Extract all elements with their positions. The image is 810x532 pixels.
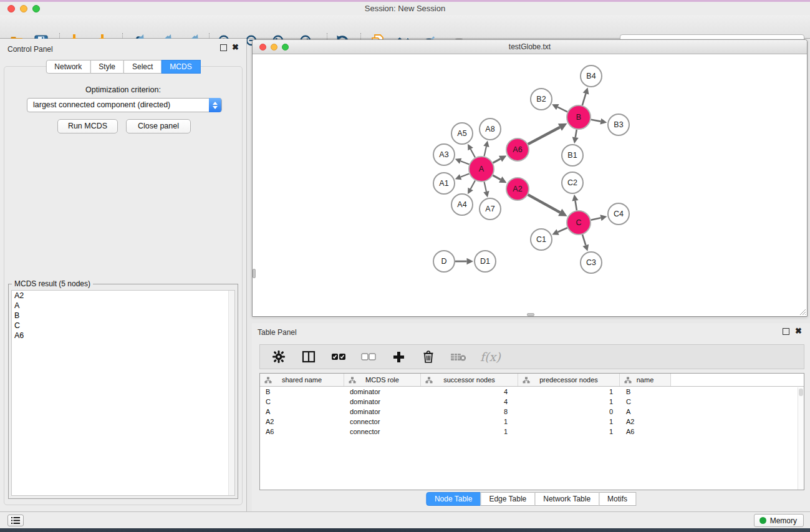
cell-shared-name[interactable]: B	[260, 387, 344, 397]
cell-name[interactable]: B	[620, 387, 671, 397]
cell-shared-name[interactable]: A2	[260, 417, 344, 427]
network-canvas[interactable]: B4B2BB3A5A8A6A3B1AA1C2A2A4A7C4CC1C3DD1	[253, 55, 807, 316]
graph-edge-B-B2[interactable]	[557, 107, 567, 112]
network-view-window: testGlobe.txt B4B2BB3A5A8A6A3B1AA1C2A2A4…	[252, 39, 808, 317]
network-window-titlebar[interactable]: testGlobe.txt	[253, 40, 807, 54]
graph-edge-C-C4[interactable]	[591, 218, 601, 220]
graph-edge-B-B3[interactable]	[591, 120, 601, 122]
cell-predecessor-nodes[interactable]: 0	[518, 407, 620, 417]
cell-successor-nodes[interactable]: 4	[421, 387, 518, 397]
graph-edge-A-A2[interactable]	[493, 175, 500, 180]
graph-edge-C-C1[interactable]	[558, 228, 567, 232]
close-panel-icon[interactable]: ✖	[795, 327, 802, 336]
graph-edge-B-B4[interactable]	[582, 94, 586, 105]
cell-shared-name[interactable]: A	[260, 407, 344, 417]
table-column-header[interactable]: MCDS role	[344, 374, 421, 386]
mcds-result-item[interactable]: A2	[12, 291, 234, 301]
window-title: Session: New Session	[0, 4, 810, 13]
graph-edge-A6-B[interactable]	[528, 127, 560, 144]
graph-edge-A-A7[interactable]	[484, 182, 486, 192]
table-column-header[interactable]: predecessor nodes	[518, 374, 620, 386]
network-vertical-scrollbar[interactable]	[253, 269, 256, 278]
node-table: shared name MCDS role	[259, 373, 804, 490]
resize-grip-icon[interactable]	[798, 307, 806, 316]
optimization-criterion-select[interactable]: largest connected component (directed)	[27, 98, 222, 112]
cell-mcds-role[interactable]: dominator	[344, 397, 421, 407]
close-panel-icon[interactable]: ✖	[232, 43, 239, 52]
mcds-result-item[interactable]: C	[12, 321, 234, 331]
run-mcds-button[interactable]: Run MCDS	[57, 119, 118, 133]
close-panel-button[interactable]: Close panel	[126, 119, 191, 133]
network-window-title: testGlobe.txt	[253, 42, 807, 51]
table-panel-tab[interactable]: Motifs	[599, 492, 636, 506]
mcds-result-item[interactable]: B	[12, 311, 234, 321]
cell-shared-name[interactable]: C	[260, 397, 344, 407]
control-panel-tab[interactable]: Network	[46, 60, 90, 74]
graph-node-label: A8	[485, 125, 494, 133]
graph-edge-A2-C[interactable]	[528, 195, 561, 212]
graph-edge-C-C3[interactable]	[582, 235, 586, 245]
show-task-history-button[interactable]	[7, 515, 24, 526]
table-column-header[interactable]: name	[620, 374, 671, 386]
graph-edge-B-B1[interactable]	[576, 130, 577, 137]
table-panel-tab[interactable]: Network Table	[534, 492, 599, 506]
cell-name[interactable]: A2	[620, 417, 671, 427]
cell-mcds-role[interactable]: connector	[344, 427, 421, 437]
mcds-result-item[interactable]: A	[12, 301, 234, 311]
cell-successor-nodes[interactable]: 4	[421, 397, 518, 407]
graph-edge-A-A1[interactable]	[461, 174, 470, 177]
table-panel-tab[interactable]: Node Table	[426, 492, 481, 506]
cell-predecessor-nodes[interactable]: 1	[518, 427, 620, 437]
float-panel-icon[interactable]	[783, 328, 789, 335]
graph-edge-A-A8[interactable]	[484, 147, 486, 157]
cell-successor-nodes[interactable]: 1	[421, 427, 518, 437]
cell-mcds-role[interactable]: connector	[344, 417, 421, 427]
column-header-label: name	[637, 376, 654, 384]
graph-edge-A-A3[interactable]	[461, 161, 470, 164]
cell-predecessor-nodes[interactable]: 1	[518, 387, 620, 397]
table-row[interactable]: A dominator 8 0 A	[260, 407, 804, 417]
mcds-list-scrollbar[interactable]	[228, 291, 234, 495]
cell-name[interactable]: C	[620, 397, 671, 407]
table-row[interactable]: B dominator 4 1 B	[260, 387, 804, 397]
graph-edge-A-A5[interactable]	[471, 149, 475, 157]
table-settings-button[interactable]	[271, 349, 287, 365]
control-panel-tab[interactable]: Style	[90, 60, 124, 74]
cell-predecessor-nodes[interactable]: 1	[518, 397, 620, 407]
cell-shared-name[interactable]: A6	[260, 427, 344, 437]
control-panel-tab[interactable]: Select	[123, 60, 162, 74]
memory-label: Memory	[770, 516, 797, 525]
graph-edge-arrowhead	[583, 87, 589, 94]
cell-name[interactable]: A6	[620, 427, 671, 437]
control-panel-tabs: NetworkStyleSelectMCDS	[46, 60, 200, 74]
memory-button[interactable]: Memory	[754, 514, 804, 527]
select-all-columns-button[interactable]	[330, 349, 347, 365]
cell-mcds-role[interactable]: dominator	[344, 407, 421, 417]
table-row[interactable]: A2 connector 1 1 A2	[260, 417, 804, 427]
cell-successor-nodes[interactable]: 8	[421, 407, 518, 417]
cell-mcds-role[interactable]: dominator	[344, 387, 421, 397]
table-column-header[interactable]: shared name	[260, 374, 344, 386]
table-scrollbar[interactable]	[798, 387, 804, 490]
table-row[interactable]: A6 connector 1 1 A6	[260, 427, 804, 437]
create-column-button[interactable]	[390, 349, 407, 365]
graph-edge-C-C2[interactable]	[576, 201, 577, 210]
mcds-result-item[interactable]: A6	[12, 331, 234, 341]
cell-predecessor-nodes[interactable]: 1	[518, 417, 620, 427]
float-panel-icon[interactable]	[220, 44, 227, 51]
cell-name[interactable]: A	[620, 407, 671, 417]
table-panel-tab[interactable]: Edge Table	[480, 492, 535, 506]
table-row[interactable]: C dominator 4 1 C	[260, 397, 804, 407]
hierarchy-icon	[624, 377, 632, 384]
graph-edge-A-A4[interactable]	[471, 180, 475, 188]
cell-successor-nodes[interactable]: 1	[421, 417, 518, 427]
optimization-criterion-value: largest connected component (directed)	[33, 99, 170, 112]
graph-edge-A-A6[interactable]	[493, 159, 501, 163]
delete-column-button[interactable]	[420, 349, 436, 365]
show-column-panel-button[interactable]	[301, 349, 317, 365]
network-graph[interactable]: B4B2BB3A5A8A6A3B1AA1C2A2A4A7C4CC1C3DD1	[253, 55, 807, 317]
network-horizontal-scrollbar[interactable]	[527, 313, 534, 316]
table-column-header[interactable]: successor nodes	[421, 374, 518, 386]
unselect-all-columns-button[interactable]	[360, 349, 377, 365]
control-panel-tab[interactable]: MCDS	[161, 60, 200, 74]
